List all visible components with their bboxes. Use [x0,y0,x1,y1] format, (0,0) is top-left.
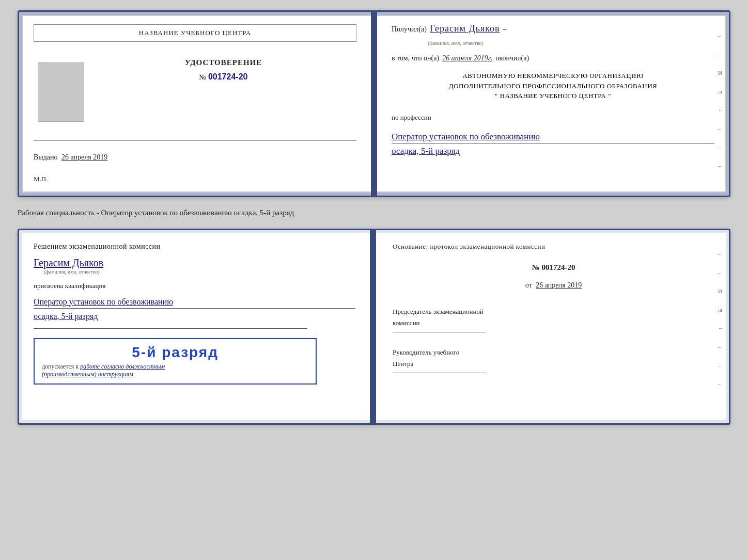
mark2-dash-4: – [718,362,724,369]
specialty-info: Рабочая специальность - Оператор установ… [18,206,730,219]
card1-center-col: УДОСТОВЕРЕНИЕ № 001724-20 [90,58,356,122]
mark-dash-1: – [718,33,724,39]
person-name-block: Герасим Дьяков (фамилия, имя, отчество) [34,257,355,275]
certificate-card-2: Решением экзаменационной комиссии Гераси… [18,229,730,425]
cert-issued-date: 26 апреля 2019 [61,153,107,161]
profession-name: Оператор установок по обезвоживанию осад… [392,130,714,158]
chairman-label-2: комиссии [393,318,714,328]
profession-line1: Оператор установок по обезвоживанию [392,130,714,143]
right-margin-marks-1: – – И ;а ← – – – [718,33,724,169]
stamp-allow-text: допускается к [42,363,79,370]
mark2-i: И [718,288,724,294]
mark-arrow: ← [718,107,724,113]
mark-dash-4: – [718,144,724,150]
head-block: Руководитель учебного Центра [393,348,714,373]
mp-label: М.П. [34,170,48,183]
card2-right: Основание: протокол экзаменационной коми… [376,230,729,423]
divider-after-qual [34,328,307,329]
org-block: АВТОНОМНУЮ НЕКОММЕРЧЕСКУЮ ОРГАНИЗАЦИЮ ДО… [392,71,714,101]
mark2-dash-3: – [718,344,724,350]
date-prefix: от [525,281,532,289]
mark2-dash-1: – [718,251,724,257]
org-line1: АВТОНОМНУЮ НЕКОММЕРЧЕСКУЮ ОРГАНИЗАЦИЮ [392,71,714,81]
profession-label: по профессии [392,114,714,122]
qual-line2: осадка, 5-й разряд [34,308,355,323]
stamp-allow: допускается к работе согласно должностны… [42,363,308,371]
mark2-dash-5: – [718,381,724,387]
mark2-a: ;а [718,307,724,313]
basis-title: Основание: протокол экзаменационной коми… [393,242,714,252]
chairman-block: Председатель экзаменационной комиссии [393,307,714,332]
cert-number-prefix: № [199,73,206,82]
stamp-box: 5-й разряд допускается к работе согласно… [34,338,317,385]
assigned-qual-label: присвоена квалификация [34,282,355,290]
head-sig-line [393,373,486,373]
mark-a: ;а [718,88,724,94]
head-label-2: Центра [393,359,714,369]
right-margin-marks-2: – – И ;а ← – – – [718,251,724,387]
card1-school-name: НАЗВАНИЕ УЧЕБНОГО ЦЕНТРА [34,24,356,42]
mark-dash-2: – [718,51,724,57]
recipient-name: Герасим Дьяков [430,23,500,34]
decision-title: Решением экзаменационной комиссии [34,242,355,252]
card1-left-inner: УДОСТОВЕРЕНИЕ № 001724-20 [34,58,356,122]
stamp-italic-2: (производственным) инструкциям [42,371,308,378]
mark-dash-3: – [718,125,724,132]
mark2-dash-2: – [718,269,724,276]
confirm-date: 26 апреля 2019г. [442,54,492,62]
chairman-sig-line [393,332,486,332]
school-name-row: " НАЗВАНИЕ УЧЕБНОГО ЦЕНТРА " [392,91,714,101]
cert-issued-label: Выдано [34,153,58,161]
open-quote: " [495,91,498,101]
org-line2: ДОПОЛНИТЕЛЬНОГО ПРОФЕССИОНАЛЬНОГО ОБРАЗО… [392,81,714,91]
mark2-arrow: ← [718,325,724,331]
cert-issued-line: Выдано 26 апреля 2019 [34,153,107,162]
stamp-italic-1: работе согласно должностным [80,363,165,370]
card1-right: Получил(а) Герасим Дьяков – (фамилия, им… [377,12,729,196]
person-name-2: Герасим Дьяков [34,257,355,269]
confirm-text: в том, что он(а) [392,54,439,62]
qualification-text: Оператор установок по обезвоживанию осад… [34,295,355,323]
protocol-number: № 001724-20 [393,263,714,272]
protocol-date: 26 апреля 2019 [536,281,582,289]
chairman-label-1: Председатель экзаменационной [393,307,714,316]
school-name-right: НАЗВАНИЕ УЧЕБНОГО ЦЕНТРА [500,91,606,101]
mark-dash-5: – [718,163,724,169]
recipient-row: Получил(а) Герасим Дьяков – [392,23,714,34]
card1-dash: – [503,25,507,34]
cert-photo [38,62,84,122]
cert-label: УДОСТОВЕРЕНИЕ [185,58,262,67]
qual-line1: Оператор установок по обезвоживанию [34,295,355,309]
card2-left: Решением экзаменационной комиссии Гераси… [19,230,376,423]
head-label-1: Руководитель учебного [393,348,714,357]
confirm-row: в том, что он(а) 26 апреля 2019г. окончи… [392,54,714,62]
card1-left: НАЗВАНИЕ УЧЕБНОГО ЦЕНТРА УДОСТОВЕРЕНИЕ №… [19,12,377,196]
stamp-rank: 5-й разряд [42,344,308,361]
name-sublabel-2: (фамилия, имя, отчество) [44,269,355,275]
received-label: Получил(а) [392,25,427,34]
document-container: НАЗВАНИЕ УЧЕБНОГО ЦЕНТРА УДОСТОВЕРЕНИЕ №… [18,10,730,425]
profession-line2: осадка, 5-й разряд [392,143,714,158]
certificate-card-1: НАЗВАНИЕ УЧЕБНОГО ЦЕНТРА УДОСТОВЕРЕНИЕ №… [18,10,730,197]
protocol-date-row: от 26 апреля 2019 [393,281,714,290]
finished-label: окончил(а) [495,54,529,62]
name-sublabel-1: (фамилия, имя, отчество) [428,40,714,46]
close-quote: " [608,91,611,101]
cert-number: 001724-20 [208,72,248,82]
mark-i: И [718,70,724,76]
